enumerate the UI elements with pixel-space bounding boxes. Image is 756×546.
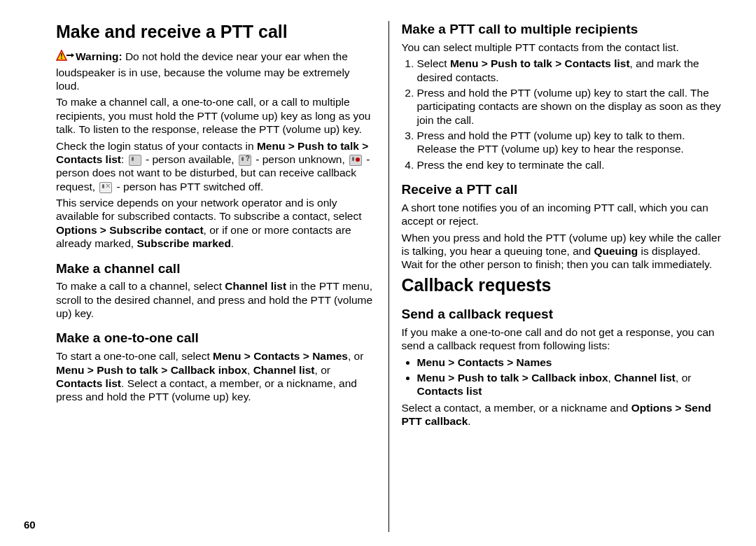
list-item: Press and hold the PTT (volume up) key t…: [417, 86, 722, 127]
menu-path: Menu > Push to talk > Contacts list: [450, 57, 630, 69]
text: Select a contact, a member, or a nicknam…: [402, 402, 631, 414]
para-subscribe: This service depends on your network ope…: [56, 196, 376, 251]
para-receive-2: When you press and hold the PTT (volume …: [402, 231, 722, 272]
list-item: Menu > Push to talk > Callback inbox, Ch…: [417, 371, 722, 398]
svg-text:!: !: [60, 52, 63, 60]
menu-path: Channel list: [614, 372, 676, 384]
menu-path: Menu > Push to talk > Callback inbox: [56, 364, 247, 376]
warning-icon: !: [56, 50, 74, 65]
callback-lists: Menu > Contacts > Names Menu > Push to t…: [402, 356, 722, 398]
list-item: Press the end key to terminate the call.: [417, 158, 722, 172]
para-multiple: You can select multiple PTT contacts fro…: [402, 41, 722, 54]
status-available-icon: [129, 155, 141, 166]
steps-multiple: Select Menu > Push to talk > Contacts li…: [402, 57, 722, 172]
text: .: [468, 415, 470, 427]
menu-path: Subscribe marked: [136, 237, 230, 249]
menu-path: Channel list: [253, 364, 315, 376]
para-one-to-one: To start a one-to-one call, select Menu …: [56, 349, 376, 404]
list-item: Select Menu > Push to talk > Contacts li…: [417, 57, 722, 84]
columns: Make and receive a PTT call ! Warning: D…: [49, 21, 728, 532]
text: .: [231, 237, 234, 249]
left-column: Make and receive a PTT call ! Warning: D…: [49, 21, 389, 532]
text: , or: [676, 372, 691, 384]
text: - person has PTT switched off.: [113, 181, 263, 192]
manual-page: 60 Make and receive a PTT call ! Warning…: [0, 0, 756, 546]
status-dnd-icon: [349, 155, 362, 166]
menu-path: Options > Subscribe contact: [56, 224, 204, 236]
menu-path: Menu > Contacts > Names: [213, 350, 348, 362]
status-unknown-icon: [239, 155, 251, 166]
para-callback-action: Select a contact, a member, or a nicknam…: [402, 401, 722, 428]
status-off-icon: [99, 182, 112, 193]
menu-path: Contacts list: [417, 385, 482, 397]
para-channel-call: To make a call to a channel, select Chan…: [56, 279, 376, 320]
svg-marker-2: [71, 53, 74, 57]
text: :: [121, 153, 127, 165]
heading-one-to-one: Make a one-to-one call: [56, 330, 376, 346]
right-column: Make a PTT call to multiple recipients Y…: [389, 21, 729, 532]
text: Check the login status of your contacts …: [56, 140, 257, 152]
text: This service depends on your network ope…: [56, 197, 362, 222]
para-ptt-key: To make a channel call, a one-to-one cal…: [56, 95, 376, 136]
heading-channel-call: Make a channel call: [56, 260, 376, 277]
text: - person unknown,: [253, 153, 348, 165]
text: - person available,: [143, 153, 237, 165]
text: , or: [348, 350, 363, 362]
menu-path: Channel list: [225, 280, 286, 292]
list-item: Press and hold the PTT (volume up) key t…: [417, 129, 722, 156]
heading-receive: Receive a PTT call: [402, 181, 722, 198]
page-number: 60: [24, 519, 36, 531]
heading-multiple: Make a PTT call to multiple recipients: [402, 21, 722, 38]
menu-path: Menu > Contacts > Names: [417, 356, 552, 368]
text: Select: [417, 57, 450, 69]
text: , or: [315, 364, 330, 376]
list-item: Menu > Contacts > Names: [417, 356, 722, 369]
warning-label: Warning:: [76, 51, 122, 63]
menu-path: Menu > Push to talk > Callback inbox: [417, 372, 608, 384]
warning-paragraph: ! Warning: Do not hold the device near y…: [56, 50, 376, 92]
ui-term: Queuing: [594, 245, 638, 257]
menu-path: Contacts list: [56, 377, 121, 389]
heading-callback: Callback requests: [402, 274, 722, 296]
text: ,: [608, 372, 615, 384]
para-login-status: Check the login status of your contacts …: [56, 139, 376, 194]
para-send-callback: If you make a one-to-one call and do not…: [402, 326, 722, 353]
heading-main: Make and receive a PTT call: [56, 21, 376, 43]
text: ,: [247, 364, 253, 376]
text: To start a one-to-one call, select: [56, 350, 213, 362]
para-receive-1: A short tone notifies you of an incoming…: [402, 201, 722, 228]
text: To make a call to a channel, select: [56, 280, 225, 292]
heading-send-callback: Send a callback request: [402, 306, 722, 323]
